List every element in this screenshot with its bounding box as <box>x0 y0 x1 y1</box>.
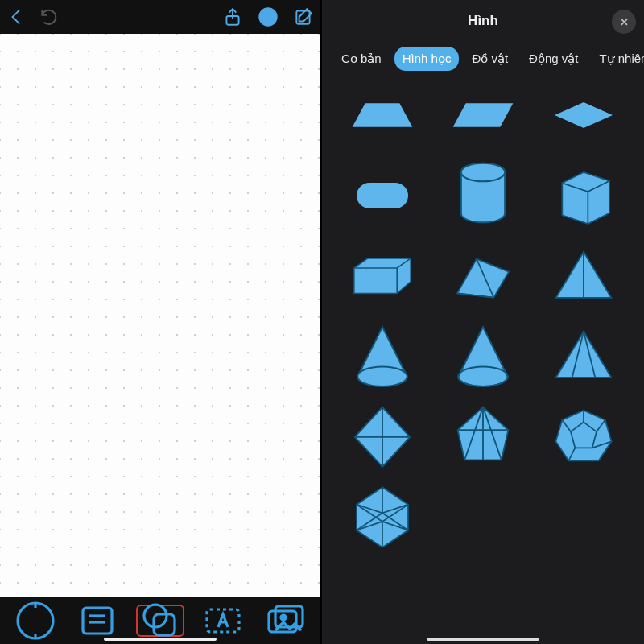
shape-cuboid[interactable] <box>350 248 415 304</box>
close-button[interactable]: ✕ <box>612 10 636 34</box>
shape-rhombus[interactable] <box>551 87 616 143</box>
shape-icosahedron[interactable] <box>350 489 415 546</box>
svg-marker-24 <box>562 172 609 224</box>
shape-dodecahedron[interactable] <box>551 409 616 465</box>
tab-geometry[interactable]: Hình học <box>394 47 460 71</box>
shape-trapezoid[interactable] <box>350 87 415 143</box>
svg-marker-35 <box>555 332 611 378</box>
tab-animals[interactable]: Động vật <box>521 47 586 71</box>
sheet-title: Hình <box>468 13 498 29</box>
svg-point-4 <box>270 16 273 19</box>
svg-marker-26 <box>354 258 411 294</box>
shapes-grid <box>322 79 644 554</box>
tab-nature[interactable]: Tự nhiên <box>591 47 644 71</box>
more-icon[interactable] <box>258 6 279 27</box>
svg-point-23 <box>461 163 505 181</box>
dot-canvas[interactable] <box>0 34 320 597</box>
tab-objects[interactable]: Đồ vật <box>464 47 516 71</box>
shape-cone[interactable] <box>350 328 415 385</box>
svg-marker-28 <box>457 259 509 298</box>
close-icon: ✕ <box>620 16 629 28</box>
back-chevron-icon[interactable] <box>6 6 27 27</box>
pen-tool[interactable] <box>13 605 58 637</box>
shape-octahedron[interactable] <box>350 409 415 465</box>
share-icon[interactable] <box>222 6 243 27</box>
sheet-header: Hình ✕ <box>322 0 644 42</box>
shapes-tool[interactable] <box>136 605 184 637</box>
text-tool[interactable] <box>200 605 246 637</box>
svg-point-33 <box>358 366 408 386</box>
svg-point-15 <box>281 615 286 620</box>
note-tool[interactable] <box>75 605 120 637</box>
shape-empty-1 <box>451 489 515 546</box>
svg-marker-19 <box>453 103 514 126</box>
home-indicator <box>104 638 217 641</box>
shapes-sheet: Hình ✕ Cơ bản Hình học Đồ vật Động vật T… <box>322 0 644 644</box>
undo-icon <box>39 6 60 27</box>
editor-screen <box>0 0 322 644</box>
shape-cube[interactable] <box>551 167 616 224</box>
shape-cone-open[interactable] <box>451 328 515 385</box>
tab-basic[interactable]: Cơ bản <box>333 47 390 71</box>
shape-pyramid[interactable] <box>551 248 616 304</box>
editor-topbar <box>0 0 320 34</box>
compose-icon[interactable] <box>293 6 314 27</box>
image-tool[interactable] <box>262 605 308 637</box>
shape-empty-2 <box>551 489 616 546</box>
svg-rect-14 <box>275 606 303 627</box>
svg-rect-21 <box>357 183 408 208</box>
svg-rect-7 <box>83 608 112 634</box>
shape-tetrahedron[interactable] <box>551 328 616 385</box>
svg-point-6 <box>18 603 53 638</box>
category-tabs: Cơ bản Hình học Đồ vật Động vật Tự nhiên <box>322 42 644 79</box>
shapes-panel-screen: Hình ✕ Cơ bản Hình học Đồ vật Động vật T… <box>322 0 644 644</box>
svg-point-2 <box>263 16 266 19</box>
shape-bipyramid[interactable] <box>451 409 515 465</box>
dot-grid-background <box>0 34 320 597</box>
shape-prism[interactable] <box>451 248 515 304</box>
shape-rounded-rect[interactable] <box>350 167 415 224</box>
shape-cylinder[interactable] <box>451 167 515 224</box>
svg-point-3 <box>267 16 270 19</box>
shape-parallelogram[interactable] <box>451 87 515 143</box>
svg-marker-18 <box>353 103 413 126</box>
svg-marker-20 <box>555 102 613 128</box>
home-indicator-right <box>427 638 539 641</box>
